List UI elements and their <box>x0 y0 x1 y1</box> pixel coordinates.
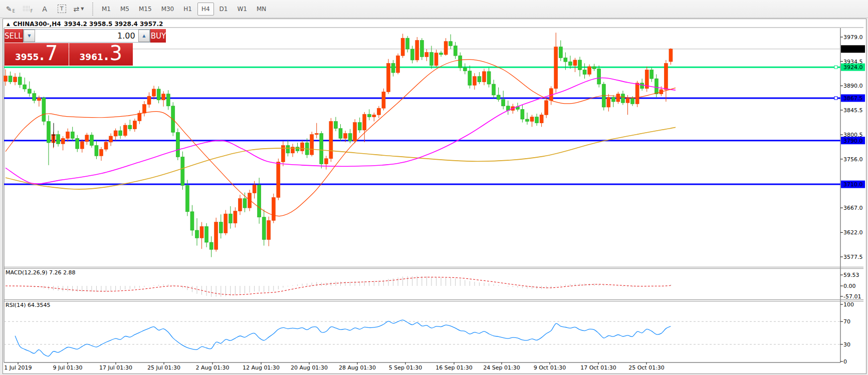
candle-body <box>655 79 658 94</box>
grid-fibo-button[interactable]: F <box>20 2 35 16</box>
candle-body <box>176 132 179 157</box>
sell-price-decimal: .7 <box>39 43 58 63</box>
candle-body <box>61 138 65 144</box>
timeframe-h1-button[interactable]: H1 <box>179 3 196 16</box>
candle-body <box>410 49 414 60</box>
chart-canvas[interactable]: 3979.03934.53890.03845.53800.53756.03667… <box>3 19 866 373</box>
rsi-axis-label: 30 <box>843 341 850 348</box>
candle-body <box>114 131 117 136</box>
timeframe-mn-button[interactable]: MN <box>253 3 270 16</box>
timeframe-h4-button[interactable]: H4 <box>197 3 214 16</box>
price-axis-label: 3577.5 <box>843 254 863 260</box>
candle-body <box>353 123 357 141</box>
candle-body <box>334 121 337 128</box>
macd-axis-label: 0.00 <box>843 283 856 289</box>
candle-body <box>468 71 472 85</box>
main-toolbar: ✎ E F A T ⇄ ▼ M1 M5 M15 M30 H1 H4 D1 W1 … <box>0 0 868 18</box>
add-text-button[interactable]: A <box>37 2 52 16</box>
candle-body <box>133 121 136 129</box>
candle-body <box>47 121 50 143</box>
candle-body <box>344 133 347 138</box>
price-axis-label: 3756.0 <box>843 156 863 163</box>
cursor-tools-button[interactable]: ⇄ ▼ <box>71 2 86 16</box>
candle-body <box>377 108 380 115</box>
candle-body <box>104 142 108 149</box>
hline-handle[interactable] <box>834 97 837 100</box>
candle-body <box>209 242 213 249</box>
price-axis-label: 3890.0 <box>843 83 863 89</box>
candle-body <box>80 142 84 149</box>
pencil-icon: ✎ <box>6 5 12 13</box>
candle-body <box>329 121 333 158</box>
candle-body <box>23 85 27 89</box>
candle-body <box>387 63 390 92</box>
time-axis-label: 5 Sep 01:30 <box>389 364 422 371</box>
price-badge-label: 3924.0 <box>843 64 863 71</box>
price-badge-label: 3867.5 <box>843 95 863 102</box>
candle-body <box>57 135 60 144</box>
price-axis-label: 3845.5 <box>843 107 863 114</box>
time-axis-label: 25 Jul 01:30 <box>147 364 180 371</box>
candle-body <box>363 114 366 130</box>
candle-body <box>473 77 476 85</box>
candle-body <box>190 212 194 230</box>
candle-body <box>621 94 624 103</box>
volume-increase-button[interactable]: ▲ <box>138 30 150 42</box>
add-label-button[interactable]: T <box>54 2 69 16</box>
candle-body <box>277 162 280 197</box>
candle-body <box>71 132 74 138</box>
hline-handle[interactable] <box>834 66 837 69</box>
timeframe-m15-button[interactable]: M15 <box>135 3 156 16</box>
macd-axis-label: -57.01 <box>843 293 861 300</box>
candle-body <box>185 185 189 211</box>
candle-body <box>119 131 122 136</box>
candle-body <box>66 132 70 138</box>
timeframe-d1-button[interactable]: D1 <box>215 3 232 16</box>
buy-button[interactable]: BUY <box>150 29 166 43</box>
time-axis-label: 9 Oct 01:30 <box>534 364 566 371</box>
sell-button[interactable]: SELL <box>5 29 23 43</box>
candle-body <box>396 56 400 73</box>
candle-body <box>554 47 558 89</box>
text-a-icon: A <box>42 5 47 13</box>
candle-body <box>540 115 543 123</box>
sell-price-panel[interactable]: 3955 .7 <box>5 43 69 66</box>
volume-stepper: ▼ ▲ <box>23 29 150 43</box>
volume-input[interactable] <box>35 30 138 42</box>
timeframe-m30-button[interactable]: M30 <box>157 3 178 16</box>
candle-body <box>592 67 596 69</box>
candle-body <box>229 214 232 223</box>
candle-body <box>502 100 505 106</box>
draw-expert-button[interactable]: ✎ E <box>3 2 18 16</box>
candle-body <box>487 72 491 84</box>
candle-body <box>382 92 385 108</box>
candle-body <box>535 117 539 123</box>
time-axis-label: 1 Jul 2019 <box>4 364 32 371</box>
candle-body <box>195 230 199 238</box>
candle-body <box>138 113 141 121</box>
candle-body <box>262 217 266 240</box>
buy-price-panel[interactable]: 3961 .3 <box>69 43 133 66</box>
candle-body <box>224 214 228 233</box>
candle-body <box>640 83 644 89</box>
candle-body <box>95 145 98 156</box>
candle-body <box>200 226 203 238</box>
candle-body <box>406 38 409 49</box>
timeframe-w1-button[interactable]: W1 <box>233 3 251 16</box>
candle-body <box>9 76 12 82</box>
macd-axis-label: 59.53 <box>843 272 859 278</box>
candle-body <box>372 115 376 117</box>
volume-decrease-button[interactable]: ▼ <box>24 30 35 42</box>
time-axis-label: 24 Sep 01:30 <box>483 364 520 371</box>
timeframe-m1-button[interactable]: M1 <box>98 3 115 16</box>
candle-body <box>85 135 89 142</box>
candle-body <box>33 94 36 101</box>
rsi-axis-label: 70 <box>843 318 850 325</box>
candle-body <box>545 101 548 115</box>
candle-body <box>449 42 453 46</box>
candle-body <box>669 49 673 62</box>
candle-body <box>358 123 361 130</box>
timeframe-m5-button[interactable]: M5 <box>116 3 133 16</box>
candle-body <box>568 62 572 66</box>
rsi-axis-label: 0 <box>843 358 847 365</box>
